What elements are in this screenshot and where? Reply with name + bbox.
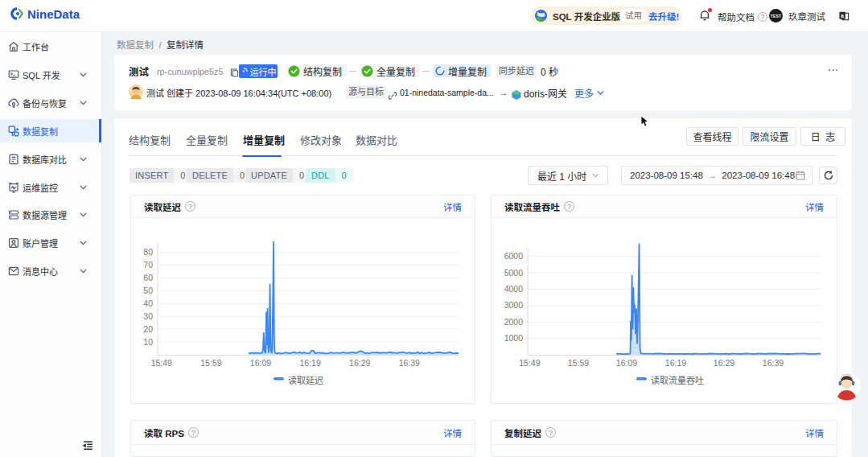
svg-text:16:09: 16:09 (250, 358, 271, 368)
svg-text:16:19: 16:19 (665, 358, 686, 368)
svg-text:60: 60 (143, 273, 153, 282)
svg-text:读取延迟: 读取延迟 (288, 375, 323, 385)
svg-text:16:19: 16:19 (299, 358, 320, 368)
svg-text:3000: 3000 (504, 300, 524, 310)
svg-text:a: a (841, 13, 844, 19)
svg-text:20: 20 (143, 324, 153, 334)
svg-text:16:29: 16:29 (349, 358, 370, 368)
svg-text:15:49: 15:49 (519, 358, 540, 368)
svg-text:6000: 6000 (504, 251, 524, 261)
svg-text:10: 10 (143, 337, 153, 347)
svg-text:40: 40 (143, 298, 153, 308)
svg-text:15:59: 15:59 (568, 358, 589, 368)
svg-text:16:39: 16:39 (763, 358, 784, 368)
svg-text:16:39: 16:39 (399, 358, 420, 368)
svg-text:读取流量吞吐: 读取流量吞吐 (651, 375, 704, 385)
svg-text:80: 80 (143, 247, 153, 257)
svg-text:5000: 5000 (504, 268, 524, 278)
svg-text:4000: 4000 (504, 284, 524, 294)
svg-text:30: 30 (143, 311, 153, 321)
svg-text:50: 50 (143, 286, 153, 295)
svg-text:16:29: 16:29 (714, 358, 734, 368)
svg-text:15:59: 15:59 (200, 358, 221, 368)
svg-text:2000: 2000 (504, 317, 524, 327)
svg-text:16:09: 16:09 (616, 358, 637, 368)
svg-text:70: 70 (143, 260, 153, 270)
svg-text:1000: 1000 (504, 333, 524, 343)
svg-text:15:49: 15:49 (151, 358, 172, 368)
